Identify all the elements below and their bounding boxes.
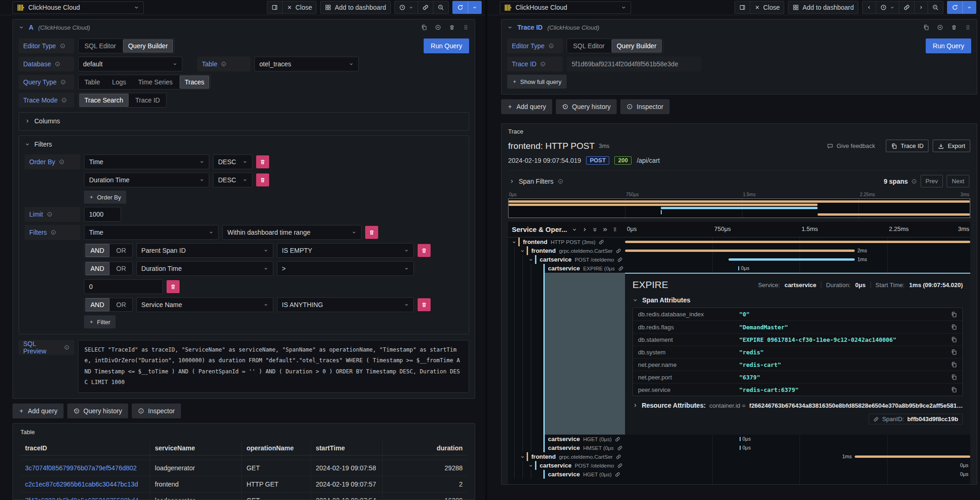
info-icon[interactable] xyxy=(47,212,52,217)
collapse-span-icon[interactable] xyxy=(529,463,535,468)
copy-attribute-button[interactable] xyxy=(951,311,957,318)
span-timeline-cell[interactable]: 1ms xyxy=(625,452,970,461)
trace-id-link[interactable]: 7f47c62234b6bd2a5a62521875588bd4 xyxy=(25,497,138,500)
span-row[interactable]: frontendgrpc.oteldemo.CartSer2ms xyxy=(508,246,970,255)
zoom-out-button[interactable] xyxy=(928,1,943,13)
refresh-button[interactable] xyxy=(948,1,962,13)
col-starttime[interactable]: startTime xyxy=(311,441,382,455)
span-timeline-cell[interactable]: 0μs xyxy=(625,264,970,273)
zoom-out-button[interactable] xyxy=(433,1,448,13)
span-row[interactable]: cartservicePOST /oteldemo1ms xyxy=(508,255,970,264)
duplicate-query-icon[interactable] xyxy=(421,24,427,31)
and-option[interactable]: AND xyxy=(85,298,110,311)
remove-order-by-button[interactable] xyxy=(256,173,269,186)
trace-id-link[interactable]: 3c7074f085679976b07a79ef5476d802 xyxy=(25,464,137,472)
col-operationname[interactable]: operationName xyxy=(242,441,311,455)
query-ref-name[interactable]: Trace ID xyxy=(517,24,542,31)
info-icon[interactable] xyxy=(911,179,917,184)
info-icon[interactable] xyxy=(61,97,67,103)
duplicate-query-icon[interactable] xyxy=(923,24,929,31)
collapse-all-icon[interactable] xyxy=(592,227,598,232)
table-select[interactable]: otel_traces xyxy=(254,57,359,71)
remove-order-by-button[interactable] xyxy=(256,155,269,168)
time-range-button[interactable] xyxy=(395,1,418,13)
span-link-icon[interactable] xyxy=(617,445,623,451)
give-feedback-button[interactable]: Give feedback xyxy=(827,142,875,149)
add-query-button[interactable]: Add query xyxy=(501,99,552,114)
remove-filter-button[interactable] xyxy=(418,244,431,257)
time-range-button[interactable] xyxy=(876,1,899,13)
span-timeline-cell[interactable]: 1ms xyxy=(625,255,970,264)
query-type-logs[interactable]: Logs xyxy=(106,75,132,89)
filter-field-select[interactable]: Duration Time xyxy=(136,261,273,276)
copy-attribute-button[interactable] xyxy=(951,386,957,393)
filter-op-select[interactable]: IS EMPTY xyxy=(277,243,414,258)
order-by-dir-select[interactable]: DESC xyxy=(213,173,252,187)
span-duration-bar[interactable] xyxy=(729,258,855,261)
remove-query-icon[interactable] xyxy=(449,24,455,31)
sql-editor-option[interactable]: SQL Editor xyxy=(567,39,611,53)
and-option[interactable]: AND xyxy=(85,244,110,257)
info-icon[interactable] xyxy=(558,179,563,184)
copy-attribute-button[interactable] xyxy=(951,324,957,330)
trace-id-button[interactable]: Trace ID xyxy=(886,140,928,152)
info-icon[interactable] xyxy=(60,79,66,85)
query-type-timeseries[interactable]: Time Series xyxy=(132,75,179,89)
collapse-query-icon[interactable] xyxy=(19,25,24,30)
add-to-dashboard-button[interactable]: Add to dashboard xyxy=(788,1,858,13)
next-button[interactable]: Next xyxy=(947,175,969,187)
info-icon[interactable] xyxy=(59,159,64,165)
span-link-icon[interactable] xyxy=(616,454,621,460)
span-link-icon[interactable] xyxy=(617,463,623,468)
span-timeline-cell[interactable]: 0μs xyxy=(625,435,970,443)
copy-attribute-button[interactable] xyxy=(951,349,957,355)
or-option[interactable]: OR xyxy=(110,244,132,257)
remove-query-icon[interactable] xyxy=(951,24,957,31)
export-button[interactable]: Export xyxy=(933,140,970,152)
close-split-button[interactable]: Close xyxy=(282,1,316,13)
trace-mode-id[interactable]: Trace ID xyxy=(129,93,166,107)
span-name-cell[interactable]: cartserviceHGET (0μs) xyxy=(508,470,625,479)
query-builder-option[interactable]: Query Builder xyxy=(123,39,173,52)
collapse-span-icon[interactable] xyxy=(512,240,518,244)
drag-handle-icon[interactable] xyxy=(965,24,971,31)
close-split-button[interactable]: Close xyxy=(750,1,784,13)
time-shift-forward-button[interactable] xyxy=(914,1,928,13)
span-name-cell[interactable]: frontendgrpc.oteldemo.CartSer xyxy=(508,452,625,461)
filter-field-select[interactable]: Service Name xyxy=(136,297,273,312)
order-by-field-select[interactable]: Time xyxy=(84,154,209,169)
col-servicename[interactable]: serviceName xyxy=(150,441,241,455)
span-timeline-cell[interactable]: 0μs xyxy=(625,470,970,479)
widen-pane-button[interactable] xyxy=(267,1,282,13)
query-type-traces[interactable]: Traces xyxy=(180,76,209,89)
run-query-button[interactable]: Run Query xyxy=(926,38,971,53)
add-filter-button[interactable]: Filter xyxy=(84,315,116,328)
span-timeline-cell[interactable]: 0μs xyxy=(625,443,970,452)
span-row[interactable]: frontendgrpc.oteldemo.CartSer1ms xyxy=(508,452,970,461)
time-shift-back-button[interactable] xyxy=(863,1,876,13)
filter-op-select[interactable]: > xyxy=(277,261,414,276)
column-resize-handle[interactable]: ‖ xyxy=(613,226,617,233)
show-full-query-button[interactable]: Show full query xyxy=(507,75,567,89)
span-attributes-toggle[interactable]: Span Attributes xyxy=(632,296,963,304)
disable-query-icon[interactable] xyxy=(435,24,441,31)
refresh-interval-button[interactable] xyxy=(962,1,976,13)
collapse-span-icon[interactable] xyxy=(520,249,527,253)
datasource-picker[interactable]: ClickHouse Cloud xyxy=(500,1,631,14)
span-row[interactable]: cartserviceEXPIRE (0μs0μs xyxy=(508,264,970,273)
info-icon[interactable] xyxy=(51,230,56,235)
query-history-button[interactable]: Query history xyxy=(556,99,617,114)
collapse-span-icon[interactable] xyxy=(520,455,527,459)
info-icon[interactable] xyxy=(60,43,65,49)
col-duration[interactable]: duration xyxy=(382,441,467,455)
info-icon[interactable] xyxy=(548,43,554,49)
sql-editor-option[interactable]: SQL Editor xyxy=(78,39,122,53)
filter-op-select[interactable]: Within dashboard time range xyxy=(222,225,361,240)
and-option[interactable]: AND xyxy=(85,262,110,275)
minimap-box[interactable] xyxy=(508,199,970,218)
span-link-icon[interactable] xyxy=(615,436,620,442)
span-link-icon[interactable] xyxy=(618,266,624,271)
limit-input[interactable]: 1000 xyxy=(84,207,121,222)
span-filters-toggle[interactable]: Span Filters xyxy=(509,178,563,185)
span-row[interactable]: cartserviceHMSET (0μs0μs xyxy=(508,443,970,452)
